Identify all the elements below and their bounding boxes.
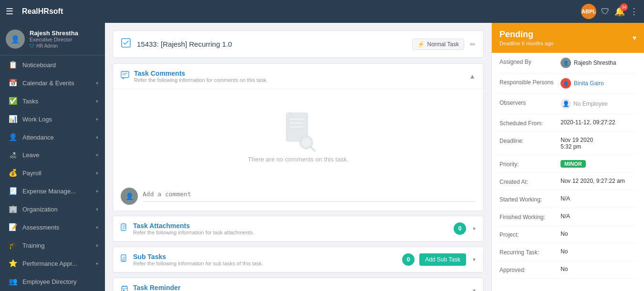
tasks-icon: ✅ xyxy=(8,97,18,105)
deadline-label: Deadline: xyxy=(499,137,557,144)
status-chevron[interactable]: ▾ xyxy=(633,33,636,42)
recurring-value: No xyxy=(561,248,636,255)
hamburger-icon[interactable]: ☰ xyxy=(6,6,13,17)
sidebar-item-organization[interactable]: 🏢 Organization ▾ xyxy=(0,200,105,218)
notification-badge: 34 xyxy=(620,3,628,11)
sidebar-item-attendance[interactable]: 👤 Attendance ▾ xyxy=(0,128,105,146)
assigned-by-avatar: 👤 xyxy=(561,58,571,68)
subtasks-icon xyxy=(121,254,128,265)
bell-icon[interactable]: 🔔 34 xyxy=(614,6,625,17)
attachments-desc: Refer the following information for task… xyxy=(133,230,449,235)
status-info: Pending Deadline 6 months ago xyxy=(499,30,553,46)
sidebar-item-performance[interactable]: ⭐ Performance Appr... ▾ xyxy=(0,254,105,272)
sidebar-item-noticeboard[interactable]: 📋 Noticeboard xyxy=(0,56,105,74)
attachments-chevron[interactable]: ▾ xyxy=(473,225,476,232)
user-badge: 🛡 HR Admin xyxy=(30,43,99,49)
svg-rect-3 xyxy=(290,119,304,120)
topnav-avatar[interactable]: ABPL xyxy=(581,4,596,19)
svg-line-8 xyxy=(311,147,315,151)
assessments-label: Assessments xyxy=(22,224,91,231)
assessments-icon: 📝 xyxy=(8,223,18,231)
expense-label: Expense Manage... xyxy=(22,188,91,195)
task-header-card: 15433: [Rajesh] Recurring 1.0 ⚡ Normal T… xyxy=(113,30,484,58)
observers-label: Observers xyxy=(499,99,557,106)
organization-label: Organization xyxy=(22,206,91,213)
created-at-row: Created At: Nov 12 2020, 9:27:22 am xyxy=(499,173,636,191)
leave-chevron: ▾ xyxy=(96,152,98,158)
reminder-info: Task Reminder Refer the following inform… xyxy=(133,284,466,291)
payroll-chevron: ▾ xyxy=(96,171,98,176)
deadline-row: Deadline: Nov 19 2020 5:32 pm xyxy=(499,132,636,155)
attachments-header: Task Attachments Refer the following inf… xyxy=(113,216,483,241)
reminder-title: Task Reminder xyxy=(133,284,466,291)
responsible-name[interactable]: Binita Gairo xyxy=(574,80,604,87)
sidebar-item-payroll[interactable]: 💰 Payroll ▾ xyxy=(0,164,105,182)
more-icon[interactable]: ⋮ xyxy=(630,6,638,17)
reminder-chevron[interactable]: ▾ xyxy=(473,287,476,291)
started-working-value: N/A xyxy=(561,195,636,202)
user-info: Rajesh Shrestha Executive Director 🛡 HR … xyxy=(30,30,99,49)
sidebar-item-tasks[interactable]: ✅ Tasks ▾ xyxy=(0,92,105,110)
payroll-icon: 💰 xyxy=(8,169,18,177)
priority-label: Priority: xyxy=(499,160,557,168)
performance-chevron: ▾ xyxy=(96,261,98,266)
content-area: 15433: [Rajesh] Recurring 1.0 ⚡ Normal T… xyxy=(105,23,491,291)
sidebar-item-worklogs[interactable]: 📊 Work Logs ▾ xyxy=(0,110,105,128)
worklogs-label: Work Logs xyxy=(22,116,91,123)
approved-row: Approved: No xyxy=(499,261,636,279)
assigned-by-label: Assigned By xyxy=(499,58,557,65)
subtasks-chevron[interactable]: ▾ xyxy=(473,256,476,263)
finished-working-row: Finished Working: N/A xyxy=(499,208,636,226)
subtasks-section: Sub Tasks Refer the following informatio… xyxy=(113,247,484,273)
worklogs-icon: 📊 xyxy=(8,115,18,123)
sidebar-item-leave[interactable]: 🏖 Leave ▾ xyxy=(0,146,105,164)
subtasks-desc: Refer the following information for sub … xyxy=(133,261,397,266)
svg-rect-11 xyxy=(121,255,126,261)
worklogs-chevron: ▾ xyxy=(96,117,98,122)
svg-rect-5 xyxy=(290,126,303,128)
sidebar-item-assessments[interactable]: 📝 Assessments ▾ xyxy=(0,218,105,236)
task-badge-icon: ⚡ xyxy=(417,41,425,48)
leave-icon: 🏖 xyxy=(8,151,18,159)
noticeboard-label: Noticeboard xyxy=(22,61,98,69)
sidebar-item-training[interactable]: 🎓 Training ▾ xyxy=(0,236,105,254)
deadline-value: Nov 19 2020 5:32 pm xyxy=(561,137,636,150)
performance-label: Performance Appr... xyxy=(22,260,91,267)
detail-section: Assigned By 👤 Rajesh Shrestha Responsibl… xyxy=(492,53,644,279)
project-value: No xyxy=(561,231,636,237)
recurring-label: Recurring Task: xyxy=(499,248,557,256)
subtasks-info: Sub Tasks Refer the following informatio… xyxy=(133,253,397,266)
scheduled-from-value: 2020-11-12, 09:27:22 xyxy=(561,119,636,126)
observers-row: Observers 👤 No Employee xyxy=(499,94,636,114)
task-edit-icon[interactable]: ✏ xyxy=(470,40,476,48)
commenter-avatar: 👤 xyxy=(121,188,138,205)
employee-icon: 👥 xyxy=(8,277,18,286)
shield-icon[interactable]: 🛡 xyxy=(601,7,610,17)
comment-input[interactable] xyxy=(143,188,476,202)
attachments-info: Task Attachments Refer the following inf… xyxy=(133,222,449,235)
noticeboard-icon: 📋 xyxy=(8,60,18,69)
attendance-icon: 👤 xyxy=(8,133,18,141)
user-name: Rajesh Shrestha xyxy=(30,30,99,37)
no-employee-icon: 👤 xyxy=(561,99,571,109)
status-header: Pending Deadline 6 months ago ▾ xyxy=(492,23,644,53)
sidebar-item-calendar[interactable]: 📅 Calendar & Events ▾ xyxy=(0,74,105,92)
sidebar-item-employee[interactable]: 👥 Employee Directory xyxy=(0,272,105,291)
add-subtask-button[interactable]: Add Sub Task xyxy=(419,253,466,266)
sidebar-item-expense[interactable]: 🧾 Expense Manage... ▾ xyxy=(0,182,105,200)
comments-collapse-icon[interactable]: ▲ xyxy=(469,72,476,80)
empty-comments-text: There are no comments on this task. xyxy=(248,156,349,163)
comments-desc: Refer the following information for comm… xyxy=(134,77,464,83)
attendance-chevron: ▾ xyxy=(96,135,98,140)
tasks-chevron: ▾ xyxy=(96,99,98,104)
assessments-chevron: ▾ xyxy=(96,225,98,230)
expense-chevron: ▾ xyxy=(96,189,98,194)
started-working-label: Started Working: xyxy=(499,195,557,203)
comments-empty-state: ? There are no comments on this task. xyxy=(113,89,483,182)
task-type-badge: ⚡ Normal Task xyxy=(412,39,464,50)
subtasks-count: 0 xyxy=(402,253,415,266)
shield-small-icon: 🛡 xyxy=(30,43,34,49)
created-at-value: Nov 12 2020, 9:27:22 am xyxy=(561,178,636,184)
responsible-row: Responsible Persons 👤 Binita Gairo xyxy=(499,73,636,94)
finished-working-value: N/A xyxy=(561,213,636,220)
